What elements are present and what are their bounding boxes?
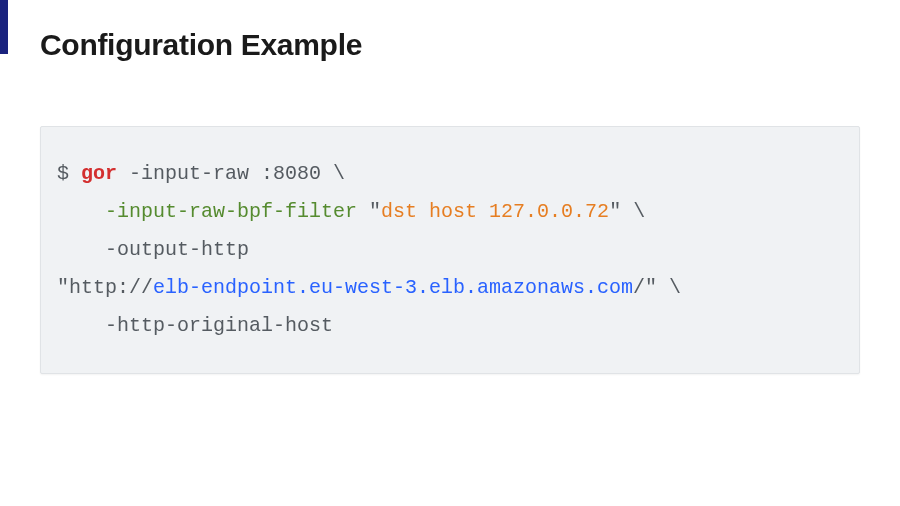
code-text: -input-raw :8080 \ <box>117 162 345 185</box>
code-command: gor <box>81 162 117 185</box>
code-url: elb-endpoint.eu-west-3.elb.amazonaws.com <box>153 276 633 299</box>
code-text: " \ <box>609 200 645 223</box>
code-indent <box>57 314 105 337</box>
code-prompt: $ <box>57 162 81 185</box>
code-flag: -http-original-host <box>105 314 333 337</box>
code-text: /" \ <box>633 276 681 299</box>
code-flag: -input-raw-bpf-filter <box>105 200 357 223</box>
code-value: dst host 127.0.0.72 <box>381 200 609 223</box>
code-text: "http:// <box>57 276 153 299</box>
code-block: $ gor -input-raw :8080 \ -input-raw-bpf-… <box>40 126 860 374</box>
slide-content: Configuration Example $ gor -input-raw :… <box>0 0 900 374</box>
code-indent <box>57 200 105 223</box>
code-indent <box>57 238 105 261</box>
slide-title: Configuration Example <box>40 28 860 62</box>
code-text: " <box>357 200 381 223</box>
code-flag: -output-http <box>105 238 249 261</box>
accent-bar <box>0 0 8 54</box>
